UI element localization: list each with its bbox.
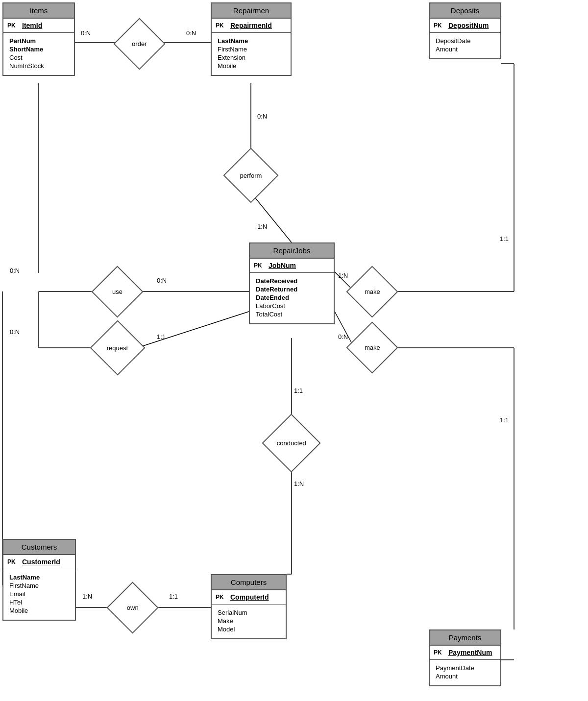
cardinality-make-top-deposits: 1:1	[500, 235, 509, 242]
deposits-pk-label: PK	[434, 22, 444, 29]
repairmen-pk-label: PK	[216, 22, 226, 29]
entity-computers: Computers PK ComputerId SerialNum Make M…	[211, 574, 287, 639]
field-item: FirstName	[218, 45, 285, 53]
diamond-make-top-label: make	[365, 288, 380, 295]
cardinality-items-order: 0:N	[81, 29, 91, 37]
entity-customers-fields: LastName FirstName Email HTel Mobile	[3, 569, 75, 620]
field-item: DateReturned	[256, 285, 328, 293]
diamond-perform: perform	[223, 147, 278, 203]
entity-repairjobs-pk: PK JobNum	[250, 259, 334, 273]
cardinality-conducted-computers: 1:N	[294, 480, 304, 487]
diamond-use-label: use	[112, 288, 122, 295]
repairjobs-pk-field: JobNum	[269, 262, 296, 269]
field-item: Make	[218, 617, 280, 625]
entity-repairjobs-fields: DateReceived DateReturned DateEnded Labo…	[250, 273, 334, 323]
diamond-request: request	[90, 320, 145, 375]
field-item: PartNum	[9, 37, 68, 45]
entity-repairjobs-header: RepairJobs	[250, 243, 334, 259]
repairjobs-pk-label: PK	[254, 262, 265, 269]
entity-deposits-pk: PK DepositNum	[430, 19, 500, 33]
cardinality-items-request: 0:N	[10, 328, 20, 336]
entity-repairmen-header: Repairmen	[212, 3, 291, 19]
cardinality-request-repairjobs: 1:1	[157, 333, 166, 340]
entity-payments-fields: PaymentDate Amount	[430, 660, 500, 685]
diamond-make-top: make	[346, 266, 398, 317]
repairmen-pk-field: RepairmenId	[230, 22, 272, 29]
entity-items-pk: PK ItemId	[3, 19, 74, 33]
entity-customers-header: Customers	[3, 540, 75, 555]
entity-payments-pk: PK PaymentNum	[430, 646, 500, 660]
cardinality-perform-repairjobs: 1:N	[257, 223, 267, 230]
entity-deposits-fields: DepositDate Amount	[430, 33, 500, 58]
entity-computers-fields: SerialNum Make Model	[212, 604, 286, 638]
items-pk-label: PK	[7, 22, 18, 29]
field-item: SerialNum	[218, 608, 280, 617]
entity-repairjobs: RepairJobs PK JobNum DateReceived DateRe…	[249, 242, 335, 324]
diamond-request-label: request	[107, 344, 128, 352]
field-item: LastName	[218, 37, 285, 45]
field-item: Model	[218, 625, 280, 633]
customers-pk-label: PK	[7, 558, 18, 565]
entity-items-header: Items	[3, 3, 74, 19]
payments-pk-field: PaymentNum	[448, 649, 492, 656]
entity-repairmen-pk: PK RepairmenId	[212, 19, 291, 33]
field-item: ShortName	[9, 45, 68, 53]
field-item: DepositDate	[436, 37, 494, 45]
field-item: DateReceived	[256, 277, 328, 285]
cardinality-use-repairjobs: 0:N	[157, 277, 167, 284]
field-item: PaymentDate	[436, 664, 494, 672]
entity-computers-header: Computers	[212, 575, 286, 590]
diamond-make-bottom: make	[346, 321, 398, 373]
field-item: FirstName	[9, 581, 69, 590]
cardinality-make-bottom-payments: 1:1	[500, 416, 509, 424]
field-item: Mobile	[218, 62, 285, 70]
field-item: Amount	[436, 672, 494, 680]
diamond-own-label: own	[127, 604, 139, 611]
svg-line-9	[137, 312, 249, 348]
entity-customers-pk: PK CustomerId	[3, 555, 75, 569]
field-item: Email	[9, 590, 69, 598]
field-item: HTel	[9, 598, 69, 606]
diamond-use: use	[91, 266, 143, 317]
field-item: TotalCost	[256, 310, 328, 318]
entity-customers: Customers PK CustomerId LastName FirstNa…	[2, 539, 76, 621]
entity-items: Items PK ItemId PartNum ShortName Cost N…	[2, 2, 75, 76]
entity-items-fields: PartNum ShortName Cost NumInStock	[3, 33, 74, 75]
customers-pk-field: CustomerId	[22, 558, 60, 566]
entity-payments-header: Payments	[430, 630, 500, 646]
field-item: Cost	[9, 53, 68, 62]
cardinality-customers-own: 1:N	[82, 593, 92, 600]
field-item: LastName	[9, 573, 69, 581]
field-item: DateEnded	[256, 293, 328, 302]
diamond-perform-label: perform	[240, 171, 262, 179]
items-pk-field: ItemId	[22, 22, 42, 29]
diamond-order: order	[113, 18, 165, 70]
diamond-make-bottom-label: make	[365, 344, 380, 351]
field-item: LaborCost	[256, 302, 328, 310]
svg-line-3	[251, 193, 292, 242]
computers-pk-field: ComputerId	[230, 593, 269, 601]
field-item: NumInStock	[9, 62, 68, 70]
diamond-conducted-label: conducted	[277, 439, 306, 447]
cardinality-repairjobs-conducted: 1:1	[294, 387, 303, 394]
entity-repairmen-fields: LastName FirstName Extension Mobile	[212, 33, 291, 75]
cardinality-own-computers: 1:1	[169, 593, 178, 600]
field-item: Extension	[218, 53, 285, 62]
payments-pk-label: PK	[434, 649, 444, 656]
diamond-conducted: conducted	[262, 413, 320, 472]
computers-pk-label: PK	[216, 594, 226, 601]
field-item: Mobile	[9, 606, 69, 615]
diamond-order-label: order	[132, 40, 147, 48]
entity-computers-pk: PK ComputerId	[212, 590, 286, 604]
entity-repairmen: Repairmen PK RepairmenId LastName FirstN…	[211, 2, 292, 76]
cardinality-repairjobs-make-bottom: 0:N	[338, 333, 348, 340]
cardinality-order-repairmen: 0:N	[186, 29, 196, 37]
deposits-pk-field: DepositNum	[448, 22, 489, 29]
entity-deposits-header: Deposits	[430, 3, 500, 19]
cardinality-repairmen-perform: 0:N	[257, 113, 267, 120]
entity-deposits: Deposits PK DepositNum DepositDate Amoun…	[429, 2, 501, 59]
cardinality-items-use: 0:N	[10, 267, 20, 274]
erd-diagram: Items PK ItemId PartNum ShortName Cost N…	[0, 0, 588, 701]
cardinality-repairjobs-make-top: 1:N	[338, 272, 348, 279]
field-item: Amount	[436, 45, 494, 53]
